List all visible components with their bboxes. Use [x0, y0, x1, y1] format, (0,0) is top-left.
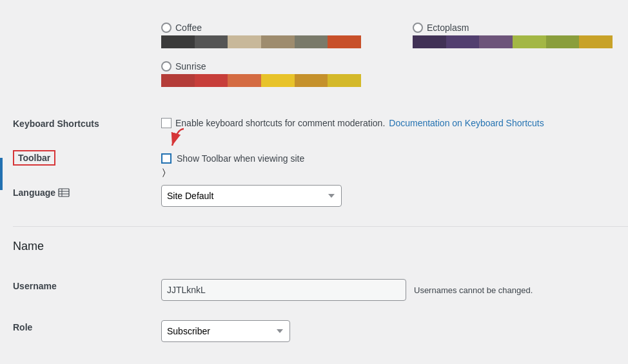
sunrise-swatch-1 — [161, 74, 195, 87]
language-select[interactable]: Site Default English (US) French German … — [161, 185, 342, 207]
ectoplasm-swatch-1 — [413, 35, 446, 48]
username-label: Username — [13, 281, 57, 291]
coffee-radio[interactable] — [161, 23, 172, 33]
theme-options-cell: Coffee — [161, 13, 628, 97]
name-heading-cell: Name — [13, 216, 628, 269]
ectoplasm-swatches — [413, 35, 613, 48]
username-row: Username Usernames cannot be changed. — [13, 269, 628, 311]
keyboard-shortcuts-value-cell: Enable keyboard shortcuts for comment mo… — [161, 107, 628, 139]
keyboard-shortcuts-checkbox[interactable] — [161, 118, 172, 128]
coffee-swatch-1 — [161, 35, 195, 48]
coffee-swatch-2 — [195, 35, 228, 48]
toolbar-checkbox-label: Show Toolbar when viewing site — [177, 153, 304, 164]
toolbar-row-content: Show Toolbar when viewing site 〉 — [161, 150, 628, 164]
toolbar-value-cell: Show Toolbar when viewing site 〉 — [161, 139, 628, 175]
language-label-cell: Language — [13, 175, 161, 216]
language-label-text: Language — [13, 187, 55, 198]
username-value-cell: Usernames cannot be changed. — [161, 269, 628, 311]
sunrise-label-row: Sunrise — [161, 61, 628, 72]
spacer-row — [13, 97, 628, 107]
language-label-container: Language — [13, 187, 148, 198]
toolbar-checkbox-container: Show Toolbar when viewing site — [161, 153, 628, 164]
theme-ectoplasm: Ectoplasm — [413, 23, 613, 48]
ectoplasm-swatch-4 — [513, 35, 546, 48]
settings-page: Coffee — [0, 0, 628, 364]
coffee-swatches — [161, 35, 361, 48]
toolbar-row: Toolbar — [13, 139, 628, 175]
ectoplasm-label-text: Ectoplasm — [427, 23, 469, 33]
keyboard-shortcuts-checkbox-label: Enable keyboard shortcuts for comment mo… — [175, 118, 385, 128]
keyboard-shortcuts-doc-link[interactable]: Documentation on Keyboard Shortcuts — [389, 118, 544, 128]
sunrise-swatches — [161, 74, 361, 87]
coffee-swatch-6 — [328, 35, 361, 48]
username-input[interactable] — [161, 279, 406, 301]
svg-rect-1 — [59, 189, 69, 196]
coffee-label-text: Coffee — [175, 23, 202, 33]
keyboard-shortcuts-label-cell: Keyboard Shortcuts — [13, 107, 161, 139]
sunrise-radio[interactable] — [161, 61, 172, 72]
accent-bar — [0, 158, 3, 190]
coffee-swatch-5 — [295, 35, 328, 48]
ectoplasm-swatch-2 — [446, 35, 480, 48]
coffee-swatch-4 — [261, 35, 295, 48]
keyboard-shortcuts-row: Keyboard Shortcuts Enable keyboard short… — [13, 107, 628, 139]
username-label-cell: Username — [13, 269, 161, 311]
keyboard-shortcuts-label: Keyboard Shortcuts — [13, 119, 99, 129]
sunrise-swatch-5 — [295, 74, 328, 87]
theme-row: Coffee — [13, 13, 628, 97]
themes-container: Coffee — [161, 23, 628, 87]
role-select[interactable]: Subscriber Contributor Author Editor Adm… — [161, 320, 290, 342]
role-label: Role — [13, 322, 32, 332]
arrow-indicator — [164, 128, 190, 150]
sunrise-swatch-4 — [261, 74, 295, 87]
keyboard-shortcuts-checkbox-row: Enable keyboard shortcuts for comment mo… — [161, 118, 628, 128]
toolbar-checkbox[interactable] — [161, 153, 172, 164]
sunrise-label-text: Sunrise — [175, 61, 206, 72]
sunrise-swatch-6 — [328, 74, 361, 87]
theme-pair-top: Coffee — [161, 23, 628, 48]
username-cannot-change-note: Usernames cannot be changed. — [414, 285, 533, 295]
language-row: Language — [13, 175, 628, 216]
theme-label-cell — [13, 13, 161, 97]
toolbar-label: Toolbar — [13, 150, 55, 166]
ectoplasm-swatch-6 — [579, 35, 613, 48]
role-row: Role Subscriber Contributor Author Edito… — [13, 311, 628, 352]
sunrise-swatch-2 — [195, 74, 228, 87]
theme-sunrise: Sunrise — [161, 61, 628, 87]
toolbar-label-cell: Toolbar — [13, 139, 161, 175]
language-icon — [58, 187, 70, 198]
ectoplasm-radio[interactable] — [413, 23, 423, 33]
settings-form-table: Coffee — [13, 13, 628, 352]
ectoplasm-swatch-5 — [546, 35, 580, 48]
ectoplasm-label-row: Ectoplasm — [413, 23, 613, 33]
name-heading-row: Name — [13, 216, 628, 269]
coffee-swatch-3 — [228, 35, 261, 48]
role-value-cell: Subscriber Contributor Author Editor Adm… — [161, 311, 628, 352]
language-value-cell: Site Default English (US) French German … — [161, 175, 628, 216]
username-input-container: Usernames cannot be changed. — [161, 279, 628, 301]
ectoplasm-swatch-3 — [479, 35, 513, 48]
coffee-label-row: Coffee — [161, 23, 361, 33]
theme-coffee: Coffee — [161, 23, 361, 48]
name-heading: Name — [13, 226, 628, 260]
sunrise-swatch-3 — [228, 74, 261, 87]
role-label-cell: Role — [13, 311, 161, 352]
